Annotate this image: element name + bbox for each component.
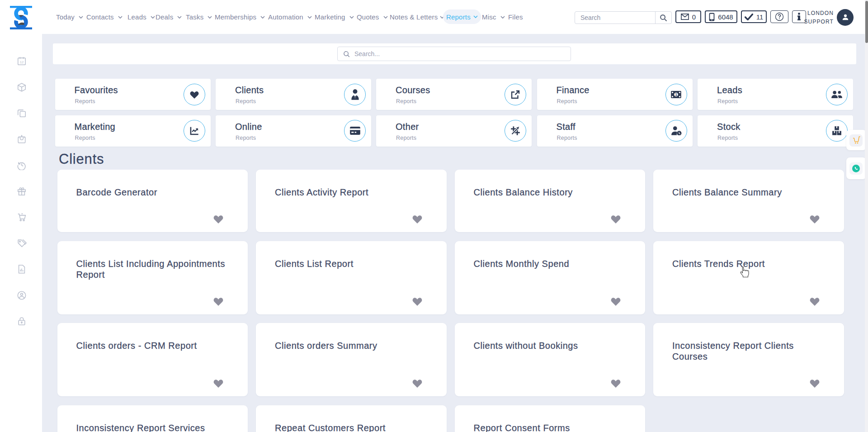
svg-text:12: 12 xyxy=(20,60,24,64)
svg-text:1: 1 xyxy=(675,92,677,97)
